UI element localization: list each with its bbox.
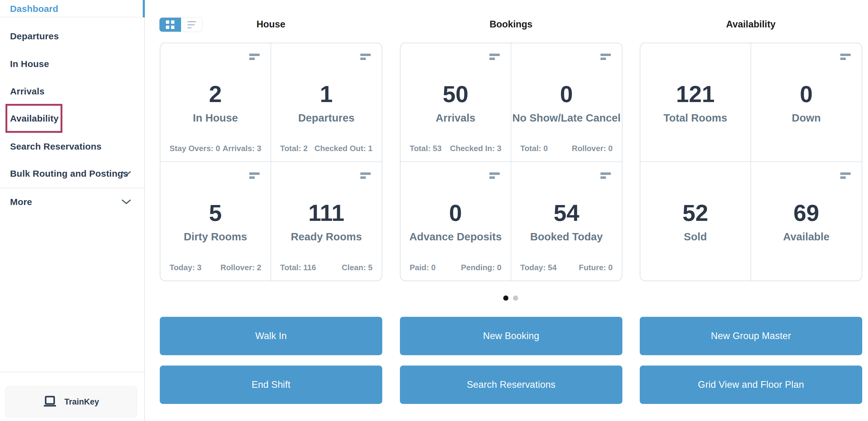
stat-cell-no-show[interactable]: 0 No Show/Late Cancel Total: 0 Rollover:… [511, 43, 622, 162]
minimize-stat-icon[interactable] [489, 172, 500, 179]
walk-in-button[interactable]: Walk In [160, 317, 382, 355]
stat-label: Arrivals [401, 112, 511, 124]
stat-label: No Show/Late Cancel [511, 112, 622, 124]
grid-view-button[interactable] [159, 18, 181, 32]
minimize-stat-icon[interactable] [249, 172, 259, 179]
new-group-master-button[interactable]: New Group Master [640, 317, 862, 355]
stat-label: Total Rooms [640, 112, 750, 124]
stat-label: Booked Today [511, 231, 622, 243]
carousel-dot-1[interactable] [503, 296, 508, 301]
new-booking-button[interactable]: New Booking [400, 317, 622, 355]
stat-number: 52 [640, 199, 750, 226]
trainkey-label: TrainKey [64, 397, 99, 407]
stat-footer-right: Rollover: 0 [572, 144, 613, 153]
stat-cell-advance-deposits[interactable]: 0 Advance Deposits Paid: 0 Pending: 0 [401, 162, 511, 281]
stat-footer-left: Total: 53 [410, 144, 442, 153]
sidebar-item-bulk-routing[interactable]: Bulk Routing and Postings [10, 168, 128, 179]
stat-number: 121 [640, 81, 750, 107]
stat-cell-ready-rooms[interactable]: 111 Ready Rooms Total: 116 Clean: 5 [271, 162, 382, 281]
stat-number: 1 [271, 81, 382, 107]
sidebar-item-in-house[interactable]: In House [10, 59, 49, 69]
carousel-dots [503, 296, 518, 301]
stat-number: 0 [401, 199, 511, 226]
stat-footer-right: Checked Out: 1 [314, 144, 373, 153]
stat-footer-right: Clean: 5 [342, 263, 373, 272]
sidebar-item-more[interactable]: More [10, 197, 32, 207]
stat-footer-right: Arrivals: 3 [222, 144, 261, 153]
minimize-stat-icon[interactable] [600, 172, 611, 179]
view-toggle [159, 17, 203, 32]
carousel-dot-2[interactable] [513, 296, 518, 301]
stat-cell-booked-today[interactable]: 54 Booked Today Today: 54 Future: 0 [511, 162, 622, 281]
list-view-icon [187, 21, 196, 28]
laptop-icon [43, 396, 57, 408]
stat-footer-left: Total: 0 [521, 144, 548, 153]
sidebar-item-arrivals[interactable]: Arrivals [10, 86, 44, 96]
minimize-stat-icon[interactable] [840, 172, 851, 179]
stat-label: Dirty Rooms [160, 231, 271, 243]
chevron-down-icon[interactable] [121, 199, 131, 205]
minimize-stat-icon[interactable] [840, 54, 851, 60]
stat-label: Departures [271, 112, 382, 124]
stat-number: 0 [751, 81, 862, 107]
stat-footer-right: Future: 0 [579, 263, 613, 272]
chevron-down-icon[interactable] [121, 171, 131, 176]
bookings-card: 50 Arrivals Total: 53 Checked In: 3 0 No… [400, 43, 622, 281]
sidebar-item-dashboard[interactable]: Dashboard [10, 4, 58, 14]
stat-footer-right: Checked In: 3 [450, 144, 501, 153]
minimize-stat-icon[interactable] [360, 54, 371, 60]
stat-footer-left: Paid: 0 [410, 263, 436, 272]
sidebar-divider [0, 372, 144, 372]
availability-highlight-box [5, 104, 62, 133]
list-view-button[interactable] [181, 18, 203, 32]
stat-label: Ready Rooms [271, 231, 382, 243]
stat-number: 2 [160, 81, 271, 107]
column-title-house: House [256, 19, 285, 30]
stat-label: Available [751, 231, 862, 243]
column-title-bookings: Bookings [489, 19, 532, 30]
stat-cell-down[interactable]: 0 Down [751, 43, 862, 162]
stat-cell-sold[interactable]: 52 Sold [640, 162, 751, 281]
stat-number: 69 [751, 199, 862, 226]
stat-number: 54 [511, 199, 622, 226]
minimize-stat-icon[interactable] [249, 54, 259, 60]
grid-view-icon [166, 21, 175, 29]
stat-footer-left: Today: 3 [169, 263, 202, 272]
house-card: 2 In House Stay Overs: 0 Arrivals: 3 1 D… [160, 43, 382, 281]
stat-number: 111 [271, 199, 382, 226]
minimize-stat-icon[interactable] [360, 172, 371, 179]
stat-cell-dirty-rooms[interactable]: 5 Dirty Rooms Today: 3 Rollover: 2 [160, 162, 271, 281]
stat-footer-left: Stay Overs: 0 [169, 144, 220, 153]
stat-cell-total-rooms[interactable]: 121 Total Rooms [640, 43, 751, 162]
sidebar-divider [0, 188, 144, 188]
stat-footer-left: Today: 54 [521, 263, 557, 272]
stat-label: Down [751, 112, 862, 124]
trainkey-button[interactable]: TrainKey [5, 386, 137, 417]
stat-cell-available[interactable]: 69 Available [751, 162, 862, 281]
stat-label: Sold [640, 231, 750, 243]
sidebar-item-departures[interactable]: Departures [10, 31, 59, 41]
stat-label: In House [160, 112, 271, 124]
availability-card: 121 Total Rooms 0 Down 52 Sold 69 Availa… [640, 43, 862, 281]
grid-view-floor-plan-button[interactable]: Grid View and Floor Plan [640, 366, 862, 404]
search-reservations-button[interactable]: Search Reservations [400, 366, 622, 404]
stat-footer-left: Total: 116 [280, 263, 316, 272]
sidebar-item-search-reservations[interactable]: Search Reservations [10, 141, 102, 152]
stat-footer-right: Rollover: 2 [220, 263, 261, 272]
column-title-availability: Availability [726, 19, 776, 30]
sidebar: Dashboard Departures In House Arrivals A… [0, 0, 145, 421]
stat-number: 50 [401, 81, 511, 107]
stat-number: 0 [511, 81, 622, 107]
stat-footer-left: Total: 2 [280, 144, 308, 153]
stat-cell-in-house[interactable]: 2 In House Stay Overs: 0 Arrivals: 3 [160, 43, 271, 162]
active-item-bar [143, 0, 145, 17]
stat-cell-arrivals[interactable]: 50 Arrivals Total: 53 Checked In: 3 [401, 43, 511, 162]
stat-label: Advance Deposits [401, 231, 511, 243]
end-shift-button[interactable]: End Shift [160, 366, 382, 404]
stat-cell-departures[interactable]: 1 Departures Total: 2 Checked Out: 1 [271, 43, 382, 162]
minimize-stat-icon[interactable] [600, 54, 611, 60]
stat-footer-right: Pending: 0 [461, 263, 502, 272]
stat-number: 5 [160, 199, 271, 226]
minimize-stat-icon[interactable] [489, 54, 500, 60]
